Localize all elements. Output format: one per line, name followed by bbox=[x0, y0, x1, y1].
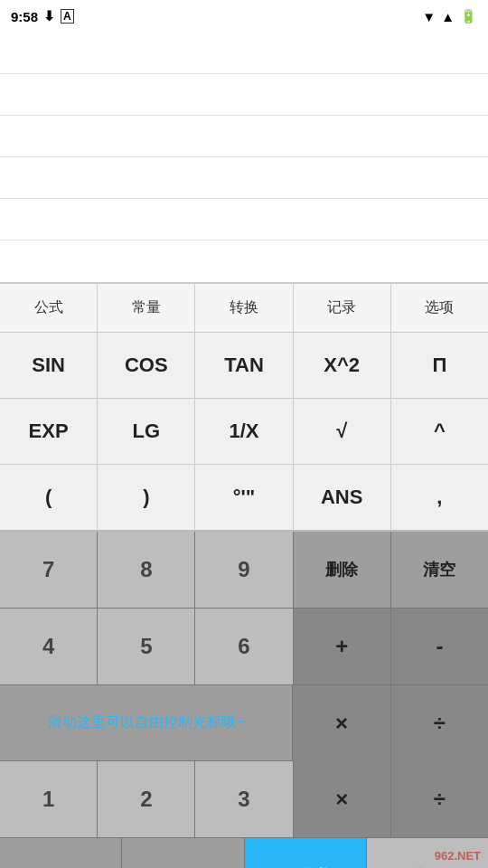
key-pow[interactable]: ^ bbox=[391, 399, 488, 464]
key-rparen[interactable]: ) bbox=[98, 465, 195, 530]
key-multiply-2[interactable]: × bbox=[294, 761, 391, 837]
display-row-4 bbox=[0, 157, 488, 199]
key-2[interactable]: 2 bbox=[98, 761, 195, 837]
key-cos[interactable]: COS bbox=[98, 333, 195, 398]
download-icon: ⬇ bbox=[43, 8, 55, 24]
key-plus[interactable]: + bbox=[294, 609, 391, 684]
main-row-4: 0 . 知道啦 绘图 bbox=[0, 838, 488, 868]
sci-row-1: SIN COS TAN X^2 Π bbox=[0, 333, 488, 399]
key-ok[interactable]: 知道啦 bbox=[245, 838, 367, 868]
key-4[interactable]: 4 bbox=[0, 609, 98, 684]
text-icon: A bbox=[61, 9, 74, 24]
key-3[interactable]: 3 bbox=[195, 761, 293, 837]
key-xsq[interactable]: X^2 bbox=[294, 333, 391, 398]
key-sqrt[interactable]: √ bbox=[294, 399, 391, 464]
display-row-5 bbox=[0, 199, 488, 241]
status-right: ▼ ▲ 🔋 bbox=[422, 8, 477, 24]
watermark: 962.NET bbox=[435, 849, 481, 863]
display-row-3 bbox=[0, 116, 488, 157]
key-lparen[interactable]: ( bbox=[0, 465, 98, 530]
toolbar-options[interactable]: 选项 bbox=[391, 284, 488, 332]
key-9[interactable]: 9 bbox=[195, 532, 293, 608]
toolbar-history[interactable]: 记录 bbox=[294, 284, 391, 332]
key-ans[interactable]: ANS bbox=[294, 465, 391, 530]
slide-hint-row: 滑动这里可以自由控制光标哦~ × ÷ bbox=[0, 685, 488, 761]
key-clear[interactable]: 清空 bbox=[391, 532, 488, 608]
key-8[interactable]: 8 bbox=[98, 532, 195, 608]
status-bar: 9:58 ⬇ A ▼ ▲ 🔋 bbox=[0, 0, 488, 33]
sci-row-2: EXP LG 1/X √ ^ bbox=[0, 399, 488, 465]
main-row-1: 7 8 9 删除 清空 bbox=[0, 532, 488, 609]
key-7[interactable]: 7 bbox=[0, 532, 98, 608]
time-display: 9:58 bbox=[11, 9, 38, 24]
display-area bbox=[0, 33, 488, 284]
main-keypad: 7 8 9 删除 清空 4 5 6 + - 滑动这里可以自由控制光标哦~ × ÷… bbox=[0, 532, 488, 868]
key-multiply[interactable]: × bbox=[293, 685, 390, 761]
status-left: 9:58 ⬇ A bbox=[11, 8, 74, 24]
main-row-3: 1 2 3 × ÷ bbox=[0, 761, 488, 838]
key-divide-2[interactable]: ÷ bbox=[391, 761, 488, 837]
key-lg[interactable]: LG bbox=[98, 399, 195, 464]
toolbar-formula[interactable]: 公式 bbox=[0, 284, 98, 332]
key-1[interactable]: 1 bbox=[0, 761, 98, 837]
key-dot[interactable]: . bbox=[122, 838, 244, 868]
toolbar-convert[interactable]: 转换 bbox=[195, 284, 293, 332]
toolbar-constants[interactable]: 常量 bbox=[98, 284, 195, 332]
key-divide[interactable]: ÷ bbox=[391, 685, 488, 761]
key-pi[interactable]: Π bbox=[391, 333, 488, 398]
key-exp[interactable]: EXP bbox=[0, 399, 98, 464]
key-tan[interactable]: TAN bbox=[195, 333, 293, 398]
key-comma[interactable]: , bbox=[391, 465, 488, 530]
key-6[interactable]: 6 bbox=[195, 609, 293, 684]
slide-hint-right: × ÷ bbox=[293, 685, 488, 760]
key-delete[interactable]: 删除 bbox=[294, 532, 391, 608]
key-deg[interactable]: °'" bbox=[195, 465, 293, 530]
toolbar: 公式 常量 转换 记录 选项 bbox=[0, 284, 488, 333]
signal-icon: ▲ bbox=[441, 9, 455, 24]
display-row-2 bbox=[0, 74, 488, 116]
main-row-2: 4 5 6 + - bbox=[0, 609, 488, 685]
key-0[interactable]: 0 bbox=[0, 838, 122, 868]
battery-icon: 🔋 bbox=[460, 8, 477, 24]
key-sin[interactable]: SIN bbox=[0, 333, 98, 398]
display-row-1 bbox=[0, 33, 488, 74]
display-row-6 bbox=[0, 241, 488, 282]
sci-row-3: ( ) °'" ANS , bbox=[0, 465, 488, 530]
sci-keypad: SIN COS TAN X^2 Π EXP LG 1/X √ ^ ( ) °'"… bbox=[0, 333, 488, 532]
key-inv[interactable]: 1/X bbox=[195, 399, 293, 464]
slide-hint-area[interactable]: 滑动这里可以自由控制光标哦~ bbox=[0, 685, 293, 760]
key-5[interactable]: 5 bbox=[98, 609, 195, 684]
key-minus[interactable]: - bbox=[391, 609, 488, 684]
slide-hint-text: 滑动这里可以自由控制光标哦~ bbox=[48, 713, 244, 732]
wifi-icon: ▼ bbox=[422, 9, 436, 24]
